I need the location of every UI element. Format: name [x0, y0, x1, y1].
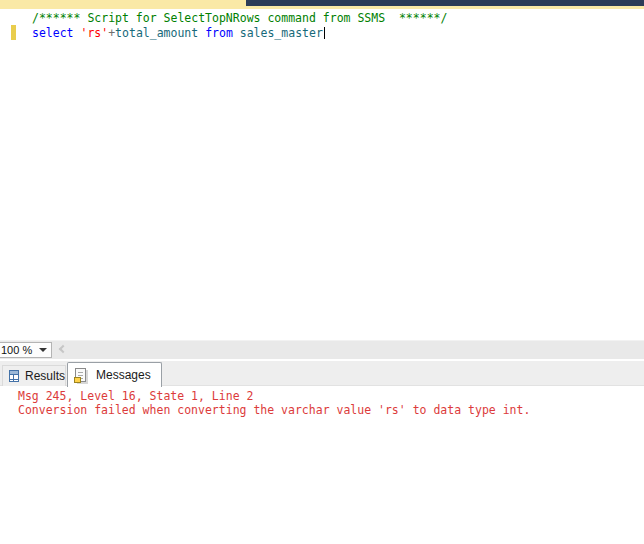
chevron-down-icon	[39, 348, 47, 352]
text-cursor	[324, 27, 325, 39]
yellow-badge	[74, 377, 81, 383]
sql-column-name: total_amount	[115, 26, 198, 40]
sql-editor[interactable]: /****** Script for SelectTopNRows comman…	[0, 9, 644, 340]
sql-comment-line: /****** Script for SelectTopNRows comman…	[32, 11, 447, 26]
editor-zoom-dropdown[interactable]: 100 %	[0, 342, 52, 358]
document-tab-band	[0, 0, 644, 9]
error-header-line: Msg 245, Level 16, State 1, Line 2	[18, 389, 253, 403]
chevron-left-icon	[59, 345, 67, 353]
sql-keyword-from: from	[198, 26, 240, 40]
tab-results-label: Results	[25, 369, 65, 383]
results-tab-strip: Results Messages	[0, 361, 644, 386]
sql-string-literal: 'rs'	[80, 26, 108, 40]
messages-sheet-icon	[74, 368, 90, 383]
messages-pane: Msg 245, Level 16, State 1, Line 2 Conve…	[0, 386, 644, 544]
error-detail-line: Conversion failed when converting the va…	[18, 403, 530, 417]
sql-table-name: sales_master	[240, 26, 323, 40]
tab-messages-label: Messages	[96, 368, 151, 382]
scroll-left-button[interactable]	[57, 344, 69, 356]
results-grid-icon	[9, 370, 19, 382]
tab-messages[interactable]: Messages	[67, 362, 162, 387]
editor-horizontal-scrollbar[interactable]: 100 %	[0, 340, 644, 359]
sql-query-line: select 'rs'+total_amount from sales_mast…	[32, 26, 325, 41]
zoom-level-value: 100 %	[0, 344, 39, 356]
tab-results[interactable]: Results	[2, 365, 66, 386]
change-tracking-bar	[11, 25, 16, 40]
document-tab-band-inactive	[246, 0, 644, 6]
sql-keyword-select: select	[32, 26, 80, 40]
